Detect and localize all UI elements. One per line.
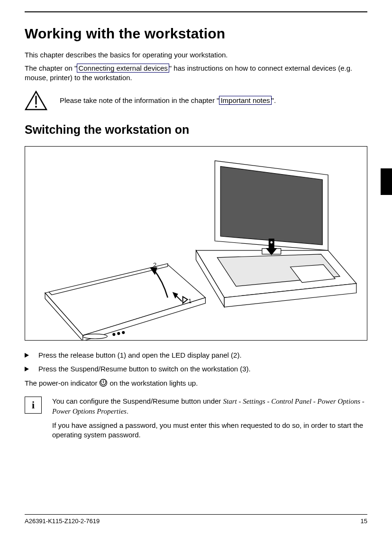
page-title: Working with the workstation	[25, 26, 367, 42]
figure-label-1: 1	[188, 297, 191, 305]
step-list: Press the release button (1) and open th…	[25, 351, 367, 373]
svg-point-18	[83, 334, 108, 339]
svg-point-20	[118, 333, 120, 335]
link-important-notes[interactable]: Important notes	[219, 96, 271, 105]
step-2-text: Press the Suspend/Resume button to switc…	[38, 365, 251, 373]
caution-icon	[25, 91, 47, 111]
caution-callout: Please take note of the information in t…	[25, 91, 367, 111]
power-text-a: The power-on indicator	[25, 379, 97, 387]
svg-point-13	[270, 241, 273, 244]
svg-point-2	[35, 106, 37, 108]
power-text-b: on the workstation lights up.	[109, 379, 198, 387]
laptop-illustration: 2 1	[25, 146, 367, 341]
intro-paragraph-1: This chapter describes the basics for op…	[25, 50, 367, 60]
info-callout: i You can configure the Suspend/Resume b…	[25, 397, 367, 444]
page-number: 15	[361, 518, 367, 525]
svg-point-21	[122, 332, 125, 334]
top-rule	[25, 11, 367, 12]
figure-label-2: 2	[153, 261, 156, 268]
info1-post: .	[127, 407, 128, 415]
info-text-1: You can configure the Suspend/Resume but…	[52, 397, 367, 416]
warn-pre: Please take note of the information in t…	[60, 96, 219, 104]
svg-point-19	[113, 333, 115, 336]
step-item-2: Press the Suspend/Resume button to switc…	[25, 365, 367, 373]
intro-paragraph-2: The chapter on "Connecting external devi…	[25, 64, 367, 83]
triangle-bullet-icon	[25, 353, 29, 358]
warn-post: ".	[272, 96, 276, 104]
link-connecting-devices[interactable]: Connecting external devices	[77, 64, 169, 73]
section-heading: Switching the workstation on	[25, 123, 367, 137]
document-code: A26391-K115-Z120-2-7619	[25, 518, 100, 525]
page-footer: A26391-K115-Z120-2-7619 15	[25, 514, 367, 525]
caution-text: Please take note of the information in t…	[60, 96, 276, 105]
info-icon: i	[25, 397, 42, 414]
power-indicator-icon	[99, 379, 108, 387]
step-1-text: Press the release button (1) and open th…	[38, 351, 242, 359]
info-text-2: If you have assigned a password, you mus…	[52, 421, 367, 440]
step-item-1: Press the release button (1) and open th…	[25, 351, 367, 359]
info1-pre: You can configure the Suspend/Resume but…	[52, 397, 223, 405]
triangle-bullet-icon	[25, 367, 29, 371]
svg-marker-4	[220, 166, 322, 245]
power-indicator-line: The power-on indicator on the workstatio…	[25, 379, 367, 387]
page-tab-marker	[381, 168, 392, 195]
intro2-pre: The chapter on "	[25, 64, 77, 72]
